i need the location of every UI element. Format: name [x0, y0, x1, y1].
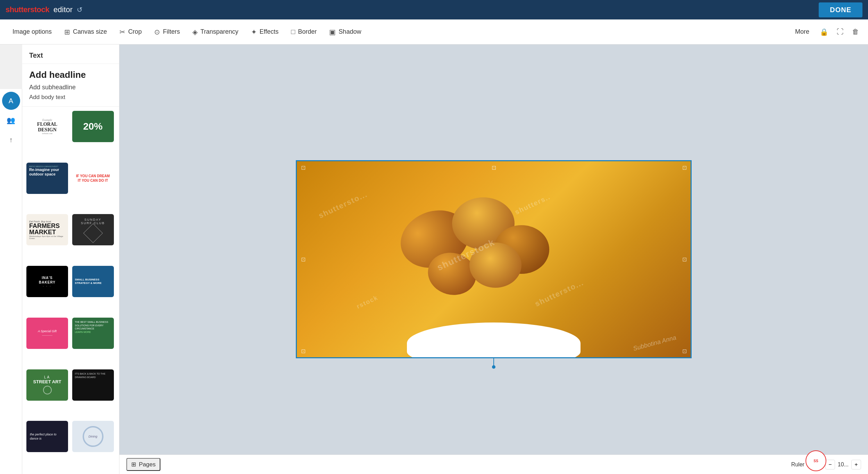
handle-bottom-right[interactable]: ⊡	[681, 348, 688, 354]
template-dream[interactable]: IF YOU CAN DREAM IT YOU CAN DO IT	[72, 163, 114, 194]
chicken-piece-5	[469, 243, 521, 288]
filters-icon: ⊙	[154, 28, 160, 36]
add-headline-button[interactable]: Add headline	[29, 70, 112, 80]
pages-label: Pages	[139, 461, 156, 468]
crop-icon: ✂	[119, 28, 125, 36]
circle-text: Dining	[89, 435, 98, 438]
trash-icon[interactable]: 🗑	[850, 26, 861, 38]
zoom-out-button[interactable]: −	[825, 460, 835, 469]
bestsmall-link: LEARN MORE	[75, 330, 111, 334]
farmers-big: FARMERSMARKET	[29, 223, 65, 235]
bestsmall-text: THE BEST SMALL BUSINESS SOLUTIONS FOR EV…	[75, 320, 111, 330]
people-tool-button[interactable]: 👥	[2, 111, 20, 129]
logo-editor: editor	[53, 5, 73, 14]
handle-mid-right[interactable]: ⊡	[681, 256, 688, 263]
dance-text: the perfect place to dance is	[30, 432, 65, 441]
template-surf[interactable]: SUNDAYSURF CLUB	[72, 214, 114, 245]
template-farmers[interactable]: Eat Fresh. Buy local. FARMERSMARKET Wedn…	[26, 214, 68, 245]
text-icon: A	[9, 97, 13, 105]
pages-button[interactable]: ⊞ Pages	[126, 458, 160, 471]
text-sidebar: Text Add headline Add subheadline Add bo…	[22, 44, 119, 474]
pages-icon: ⊞	[131, 461, 136, 468]
template-dance[interactable]: the perfect place to dance is	[26, 421, 68, 452]
zoom-value: 10...	[838, 461, 849, 468]
more-button[interactable]: More	[791, 25, 813, 38]
streetart-circle	[43, 386, 52, 394]
canvas-image[interactable]: ⊡ ⊡ ⊡ ⊡ ⊡ ⊡ ⊡ ⊡ shuttersto...	[296, 160, 692, 358]
filters-label: Filters	[163, 28, 180, 35]
shadow-button[interactable]: ▣ Shadow	[324, 25, 367, 39]
filters-button[interactable]: ⊙ Filters	[149, 25, 185, 39]
farmers-tiny: Wednesdays 4pm-6pm at the Village Green	[29, 235, 65, 239]
add-body-text-button[interactable]: Add body text	[29, 94, 112, 101]
floral-sub: website.com	[42, 132, 52, 134]
add-subheadline-button[interactable]: Add subheadline	[29, 84, 112, 91]
canvas-size-button[interactable]: ⊞ Canvas size	[59, 25, 112, 39]
transparency-button[interactable]: ◈ Transparency	[187, 25, 244, 39]
template-gift[interactable]: A Special Gift ──────	[26, 318, 68, 349]
image-content	[372, 190, 615, 358]
template-smallbiz[interactable]: SMALL BUSINESS STRATEGY & MORE	[72, 266, 114, 297]
lock-icon[interactable]: 🔒	[818, 26, 831, 38]
zoom-in-button[interactable]: +	[851, 460, 861, 469]
bakery-name: INA'SBAKERY	[39, 276, 56, 285]
effects-label: Effects	[260, 28, 279, 35]
text-tool-button[interactable]: A	[2, 92, 20, 110]
zoom-controls: − 10... +	[825, 460, 861, 469]
handle-mid-left[interactable]: ⊡	[300, 256, 307, 263]
sidebar-header: Text	[22, 44, 119, 64]
handle-top-right[interactable]: ⊡	[681, 164, 688, 171]
image-credit: Subbotina Anna	[632, 334, 677, 352]
dark-text: IT'S BACK & BACK TO THE DRAWING BOARD	[75, 372, 111, 379]
text-options-panel: Add headline Add subheadline Add body te…	[22, 64, 119, 107]
floral-example: Example	[42, 119, 52, 122]
canvas-size-label: Canvas size	[73, 28, 107, 35]
template-circle[interactable]: Dining	[72, 421, 114, 452]
image-options-button[interactable]: Image options	[7, 25, 57, 38]
template-percent[interactable]: 20%	[72, 111, 114, 142]
smallbiz-text: SMALL BUSINESS STRATEGY & MORE	[75, 278, 111, 285]
upload-icon: ↑	[9, 136, 13, 144]
template-dark[interactable]: IT'S BACK & BACK TO THE DRAWING BOARD	[72, 369, 114, 401]
template-bakery[interactable]: INA'SBAKERY · · ·	[26, 266, 68, 297]
watermark-1: shuttersto...	[317, 190, 369, 220]
center-line	[493, 358, 494, 365]
ruler-label: Ruler	[791, 461, 804, 468]
upload-tool-button[interactable]: ↑	[2, 131, 20, 149]
transparency-icon: ◈	[192, 28, 198, 36]
handle-bottom-left[interactable]: ⊡	[300, 348, 307, 354]
border-button[interactable]: □ Border	[285, 25, 322, 39]
template-floral[interactable]: Example FLORALDESIGN website.com	[26, 111, 68, 142]
canvas-size-icon: ⊞	[64, 28, 70, 36]
crop-label: Crop	[128, 28, 142, 35]
done-button[interactable]: DONE	[819, 2, 862, 17]
template-bestsmall[interactable]: THE BEST SMALL BUSINESS SOLUTIONS FOR EV…	[72, 318, 114, 349]
resize-icon[interactable]: ⛶	[835, 26, 846, 38]
handle-top-left[interactable]: ⊡	[300, 164, 307, 171]
toolbar-right: More 🔒 ⛶ 🗑	[791, 25, 861, 38]
template-patio[interactable]: Patio Needs A Makeover? Re-imagine your …	[26, 163, 68, 194]
center-indicator	[492, 358, 495, 369]
dream-text: IF YOU CAN DREAM IT YOU CAN DO IT	[75, 174, 111, 183]
gift-bottom: ──────	[42, 334, 52, 337]
floral-title: FLORALDESIGN	[37, 122, 57, 132]
template-grid: Example FLORALDESIGN website.com 20% Pat…	[22, 107, 119, 474]
border-icon: □	[291, 28, 295, 36]
canvas-area[interactable]: ⊡ ⊡ ⊡ ⊡ ⊡ ⊡ ⊡ ⊡ shuttersto...	[119, 44, 868, 474]
border-label: Border	[298, 28, 317, 35]
streetart-main: STREET ART	[33, 379, 61, 384]
crop-button[interactable]: ✂ Crop	[114, 25, 147, 39]
handle-top-mid[interactable]: ⊡	[490, 164, 497, 171]
image-options-label: Image options	[12, 28, 52, 35]
canvas-container: ⊡ ⊡ ⊡ ⊡ ⊡ ⊡ ⊡ ⊡ shuttersto...	[296, 160, 692, 358]
logo-area: shutterstock editor ↺	[6, 5, 83, 14]
bowl-base	[407, 322, 581, 358]
main-content: A 👥 ↑ Text Add headline Add subheadline …	[0, 44, 868, 474]
template-streetart[interactable]: LA STREET ART	[26, 369, 68, 401]
bottom-bar: ⊞ Pages Ruler − 10... +	[119, 455, 868, 474]
transparency-label: Transparency	[200, 28, 238, 35]
left-tools: A 👥 ↑	[0, 89, 22, 474]
refresh-icon[interactable]: ↺	[77, 6, 83, 14]
ss-logo-corner: SS	[806, 450, 826, 471]
effects-button[interactable]: ✦ Effects	[245, 25, 284, 39]
